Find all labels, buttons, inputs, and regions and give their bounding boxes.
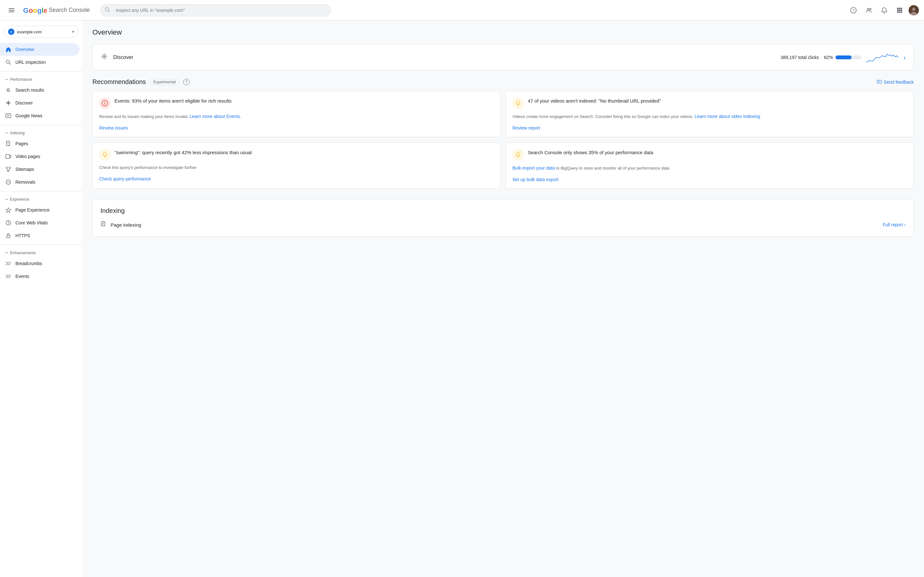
page-indexing-label: Page indexing: [111, 222, 879, 227]
discover-label: Discover: [113, 55, 775, 60]
sidebar-item-https[interactable]: HTTPS: [0, 229, 79, 242]
sidebar-label-video-pages: Video pages: [15, 154, 40, 159]
svg-rect-25: [6, 114, 11, 118]
breadcrumbs-icon: [5, 260, 11, 267]
svg-rect-13: [897, 10, 899, 11]
rec-body-video: Videos create more engagement on Search.…: [512, 113, 907, 120]
help-button[interactable]: ?: [847, 4, 860, 17]
notifications-button[interactable]: [878, 4, 891, 17]
collapse-performance-icon: −: [5, 77, 8, 82]
rec-action-swimming[interactable]: Check query performance: [99, 176, 151, 181]
collapse-enhancements-icon: −: [5, 250, 8, 256]
discover-chevron-right-icon[interactable]: ›: [903, 54, 906, 61]
help-recommendations-icon[interactable]: ?: [183, 79, 190, 85]
sidebar-label-core-web-vitals: Core Web Vitals: [15, 220, 48, 226]
rec-action-bulk[interactable]: Set up bulk data export: [512, 177, 559, 182]
sidebar-item-page-experience[interactable]: Page Experience: [0, 203, 79, 216]
rec-link-events-inline[interactable]: Learn more about Events: [190, 114, 240, 119]
rec-card-bulk-header: Search Console only shows 35% of your pe…: [512, 149, 907, 161]
discover-asterisk-icon: [100, 53, 108, 62]
full-report-chevron-icon: ›: [904, 222, 906, 227]
main-content: Overview Discover 389,197 total clicks 6…: [82, 21, 924, 577]
url-search-input[interactable]: [100, 4, 331, 16]
search-bar-wrapper: [100, 4, 331, 16]
svg-point-8: [867, 8, 869, 10]
rec-card-bulk-export: Search Console only shows 35% of your pe…: [506, 142, 914, 189]
svg-rect-10: [897, 8, 899, 9]
svg-rect-18: [901, 11, 902, 13]
svg-rect-2: [9, 11, 15, 12]
sidebar-label-url-inspection: URL inspection: [15, 60, 45, 65]
rec-card-video-header: 47 of your videos aren't indexed: "No th…: [512, 97, 907, 109]
sidebar-item-video-pages[interactable]: Video pages: [0, 150, 79, 163]
rec-card-events-header: ! Events: 93% of your items aren't eligi…: [99, 97, 494, 109]
section-experience[interactable]: − Experience: [0, 194, 82, 203]
sidebar-item-breadcrumbs[interactable]: Breadcrumbs: [0, 257, 79, 270]
sidebar-item-sitemaps[interactable]: Sitemaps: [0, 163, 79, 176]
sidebar-label-search-results: Search results: [15, 87, 44, 93]
rec-card-video: 47 of your videos aren't indexed: "No th…: [506, 91, 914, 137]
search-nav-icon: [5, 59, 11, 65]
info-bulb-icon-2: [99, 149, 111, 161]
recommendations-header: Recommendations Experimental ? Send feed…: [92, 78, 914, 85]
sidebar-label-overview: Overview: [15, 47, 34, 52]
svg-rect-28: [6, 141, 10, 145]
svg-rect-14: [899, 10, 901, 11]
sidebar-item-overview[interactable]: Overview: [0, 43, 79, 56]
rec-body-events: Review and fix issues making your items …: [99, 113, 494, 120]
rec-link-bulk-export[interactable]: Bulk export your data: [512, 165, 555, 171]
rec-title-events: Events: 93% of your items aren't eligibl…: [115, 97, 232, 104]
sidebar-item-events[interactable]: Events: [0, 270, 79, 283]
rec-body-text-video: Videos create more engagement on Search.…: [512, 114, 695, 119]
svg-rect-0: [9, 8, 15, 9]
error-icon: !: [99, 97, 111, 109]
svg-rect-1: [9, 10, 15, 11]
send-feedback-button[interactable]: Send feedback: [877, 79, 914, 85]
sidebar-item-url-inspection[interactable]: URL inspection: [0, 56, 79, 69]
rec-action-video[interactable]: Review report: [512, 125, 540, 131]
recommendations-grid: ! Events: 93% of your items aren't eligi…: [92, 91, 914, 189]
section-indexing[interactable]: − Indexing: [0, 127, 82, 137]
menu-button[interactable]: [5, 4, 18, 17]
rec-card-swimming: "swimming": query recently got 42% less …: [92, 142, 501, 189]
rec-body-swimming: Check this query's performance to invest…: [99, 164, 494, 171]
svg-text:!: !: [104, 101, 105, 106]
property-icon: e: [8, 29, 15, 35]
rec-link-video-inline[interactable]: Learn more about video indexing: [695, 114, 760, 119]
pages-icon: [5, 140, 11, 147]
sidebar-item-discover[interactable]: Discover: [0, 97, 79, 109]
logo[interactable]: Google Search Console: [23, 6, 90, 14]
rec-card-events: ! Events: 93% of your items aren't eligi…: [92, 91, 501, 137]
discover-bar-fill: [835, 55, 851, 59]
info-bulb-icon-3: [512, 149, 524, 161]
sidebar-item-removals[interactable]: Removals: [0, 176, 79, 189]
events-icon: [5, 273, 11, 279]
full-report-link[interactable]: Full report ›: [883, 222, 906, 227]
section-enhancements[interactable]: − Enhancements: [0, 247, 82, 257]
sidebar-item-search-results[interactable]: G Search results: [0, 84, 79, 97]
search-results-icon: G: [5, 87, 11, 93]
section-performance[interactable]: − Performance: [0, 74, 82, 84]
sidebar-item-pages[interactable]: Pages: [0, 137, 79, 150]
svg-rect-46: [8, 262, 10, 265]
svg-rect-44: [7, 235, 10, 238]
indexing-title: Indexing: [100, 207, 906, 214]
collapse-indexing-icon: −: [5, 130, 8, 136]
divider-1: [0, 71, 82, 71]
sidebar-item-core-web-vitals[interactable]: Core Web Vitals: [0, 216, 79, 229]
home-icon: [5, 46, 11, 53]
manage-users-button[interactable]: [863, 4, 875, 17]
rec-body-text-events: Review and fix issues making your items …: [99, 114, 190, 119]
sidebar-item-google-news[interactable]: Google News: [0, 109, 79, 122]
rec-action-events[interactable]: Review issues: [99, 125, 128, 131]
apps-button[interactable]: [893, 4, 906, 17]
property-selector[interactable]: e example.com ▾: [4, 26, 78, 38]
svg-line-5: [108, 11, 110, 12]
avatar[interactable]: [909, 5, 919, 15]
collapse-experience-icon: −: [5, 197, 8, 202]
sidebar-label-https: HTTPS: [15, 233, 30, 238]
removals-icon: [5, 179, 11, 185]
svg-marker-32: [10, 155, 11, 158]
video-pages-icon: [5, 153, 11, 160]
svg-rect-16: [897, 11, 899, 13]
